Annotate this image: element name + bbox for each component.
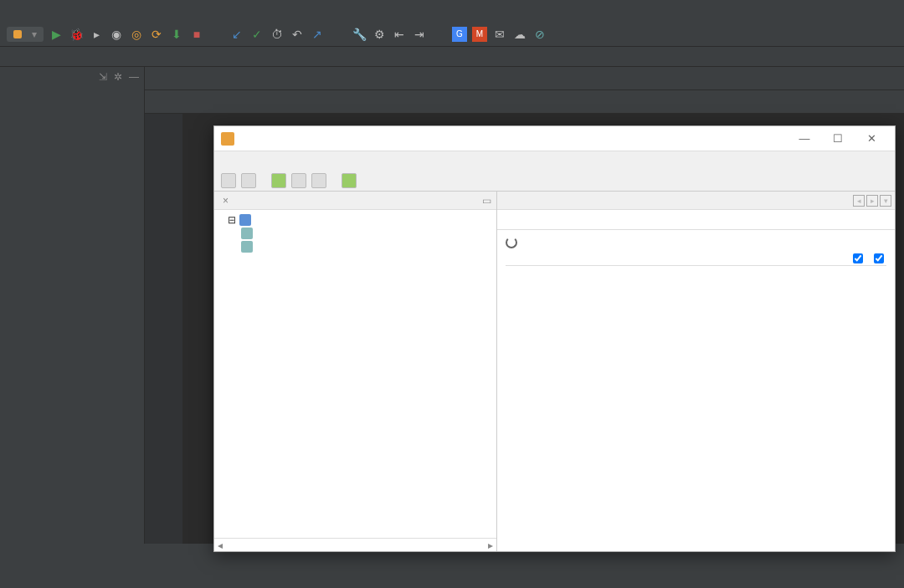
stop-button[interactable]: ■: [189, 27, 204, 42]
visualvm-menubar: [214, 151, 895, 170]
svn-history-icon[interactable]: ⏱: [270, 27, 285, 42]
tree-node-remote: [218, 227, 493, 240]
vvm-tool-1[interactable]: [221, 173, 236, 188]
tab-prev-icon[interactable]: ◂: [853, 195, 865, 207]
gear-icon[interactable]: ✲: [114, 71, 122, 83]
tab-list-icon[interactable]: ▾: [880, 195, 891, 207]
collapse-icon[interactable]: ⇤: [392, 27, 407, 42]
snapshot-icon: [241, 241, 253, 253]
editor-tabs-row-2: [145, 90, 904, 114]
remote-icon: [241, 228, 253, 239]
visualvm-applications-pane: × ▭ ⊟ ◂▸: [214, 192, 497, 551]
attach-button[interactable]: ⟳: [149, 27, 164, 42]
vvm-tool-2[interactable]: [241, 173, 256, 188]
applications-header: × ▭: [214, 192, 496, 210]
wrench-icon[interactable]: 🔧: [352, 27, 367, 42]
vvm-tool-6[interactable]: [342, 173, 357, 188]
visualvm-icon: [221, 132, 234, 146]
tree-node-snapshot: [218, 240, 493, 253]
breadcrumb-bar: [0, 47, 904, 67]
tab-next-icon[interactable]: ▸: [866, 195, 878, 207]
minimize-icon[interactable]: —: [129, 71, 139, 83]
visualvm-window: — ☐ ✕ × ▭ ⊟ ◂▸: [213, 125, 896, 552]
ms-icon[interactable]: M: [472, 27, 487, 42]
apply-button[interactable]: ⬇: [169, 27, 184, 42]
visualvm-subtabs: [497, 210, 895, 230]
visualvm-titlebar[interactable]: — ☐ ✕: [214, 126, 895, 151]
vvm-tool-4[interactable]: [291, 173, 306, 188]
tomcat-icon: [13, 30, 22, 38]
block-icon[interactable]: ⊘: [532, 27, 547, 42]
main-menubar: [0, 0, 904, 22]
run-orange-button[interactable]: ◎: [129, 27, 144, 42]
maximize-button[interactable]: ☐: [821, 129, 855, 149]
expand-icon[interactable]: ⇥: [412, 27, 427, 42]
svn-revert-icon[interactable]: ↶: [290, 27, 305, 42]
details-checkbox[interactable]: [874, 253, 886, 263]
svn-commit-icon[interactable]: ✓: [249, 27, 265, 42]
minimize-button[interactable]: —: [788, 129, 821, 149]
bottom-tool-tabs: [0, 568, 7, 588]
project-sidebar: ⇲ ✲ —: [0, 67, 145, 544]
scroll-left-icon[interactable]: ◂: [218, 539, 223, 551]
refresh-icon[interactable]: [506, 237, 517, 248]
coverage-button[interactable]: ▸: [89, 27, 104, 42]
line-gutter: [145, 114, 182, 544]
sidebar-toolbar: ⇲ ✲ —: [0, 67, 144, 87]
saved-data-checkbox[interactable]: [853, 253, 865, 263]
settings-icon[interactable]: ⚙: [372, 27, 387, 42]
close-button[interactable]: ✕: [855, 129, 888, 149]
visualvm-detail-tabs: ◂ ▸ ▾: [497, 192, 895, 210]
run-config-selector[interactable]: ▾: [7, 27, 44, 42]
dock-icon[interactable]: ▭: [482, 195, 491, 207]
tree-node-local: ⊟: [218, 213, 493, 227]
scroll-right-icon[interactable]: ▸: [488, 539, 493, 551]
vvm-tool-3[interactable]: [271, 173, 286, 188]
cloud-icon[interactable]: ☁: [512, 27, 527, 42]
chevron-down-icon: ▾: [32, 28, 37, 40]
host-icon: [239, 214, 251, 226]
debug-button[interactable]: 🐞: [69, 27, 84, 42]
profile-button[interactable]: ◉: [109, 27, 124, 42]
svn-update-icon[interactable]: ↙: [229, 27, 244, 42]
vvm-tool-5[interactable]: [311, 173, 326, 188]
collapse-all-icon[interactable]: ⇲: [99, 71, 107, 83]
main-toolbar: ▾ ▶ 🐞 ▸ ◉ ◎ ⟳ ⬇ ■ ↙ ✓ ⏱ ↶ ↗ 🔧 ⚙ ⇤ ⇥ G M …: [0, 22, 904, 47]
visualvm-overview-content: [497, 230, 895, 551]
svn-diff-icon[interactable]: ↗: [310, 27, 325, 42]
close-icon[interactable]: ×: [223, 195, 229, 207]
mail-icon[interactable]: ✉: [492, 27, 507, 42]
applications-tree[interactable]: ⊟: [214, 210, 496, 538]
run-button[interactable]: ▶: [49, 27, 64, 42]
visualvm-toolbar: [214, 170, 895, 192]
visualvm-detail-pane: ◂ ▸ ▾: [497, 192, 895, 551]
google-icon[interactable]: G: [452, 27, 467, 42]
editor-tabs-row-1: [145, 67, 904, 90]
